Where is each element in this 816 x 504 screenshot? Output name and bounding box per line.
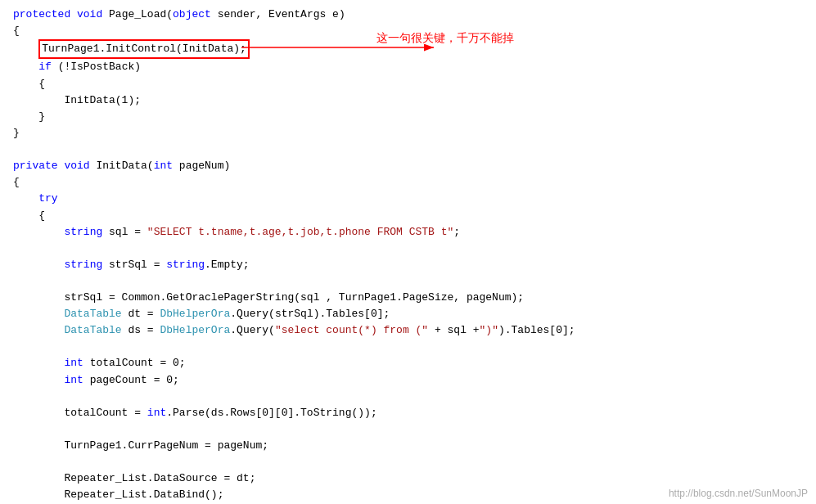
watermark: http://blog.csdn.net/SunMoonJP: [669, 488, 808, 499]
code-line: [13, 421, 803, 438]
code-line: [13, 454, 803, 470]
code-line: [13, 241, 803, 257]
code-line: TurnPage1.CurrPageNum = pageNum;: [13, 438, 803, 454]
code-line: strSql = Common.GetOraclePagerString(sql…: [13, 290, 803, 306]
code-line: {: [13, 208, 803, 224]
code-line: totalCount = int.Parse(ds.Rows[0][0].ToS…: [13, 405, 803, 421]
code-line: private void InitData(int pageNum): [13, 158, 803, 174]
code-line: [13, 273, 803, 290]
code-line: string strSql = string.Empty;: [13, 257, 803, 273]
code-line: [13, 339, 803, 355]
code-line: string sql = "SELECT t.tname,t.age,t.job…: [13, 224, 803, 241]
code-line: {: [13, 174, 803, 191]
code-line: InitData(1);: [13, 92, 803, 109]
code-line: [13, 142, 803, 158]
code-line: protected void Page_Load(object sender, …: [13, 7, 803, 23]
code-line: int totalCount = 0;: [13, 355, 803, 371]
code-line: {: [13, 76, 803, 92]
code-container: protected void Page_Load(object sender, …: [0, 0, 816, 504]
highlighted-code: TurnPage1.InitControl(InitData);: [38, 39, 250, 59]
code-line: DataTable ds = DbHelperOra.Query("select…: [13, 322, 803, 339]
code-line: int pageCount = 0;: [13, 372, 803, 389]
code-line: if (!IsPostBack): [13, 59, 803, 75]
code-line: Repeater_List.DataSource = dt;: [13, 470, 803, 487]
code-line: }: [13, 125, 803, 142]
annotation-text: 这一句很关键，千万不能掉: [376, 31, 514, 46]
code-line: try: [13, 191, 803, 207]
code-line: [13, 389, 803, 405]
code-line: DataTable dt = DbHelperOra.Query(strSql)…: [13, 306, 803, 322]
code-lines: protected void Page_Load(object sender, …: [13, 7, 803, 504]
code-line: }: [13, 109, 803, 125]
